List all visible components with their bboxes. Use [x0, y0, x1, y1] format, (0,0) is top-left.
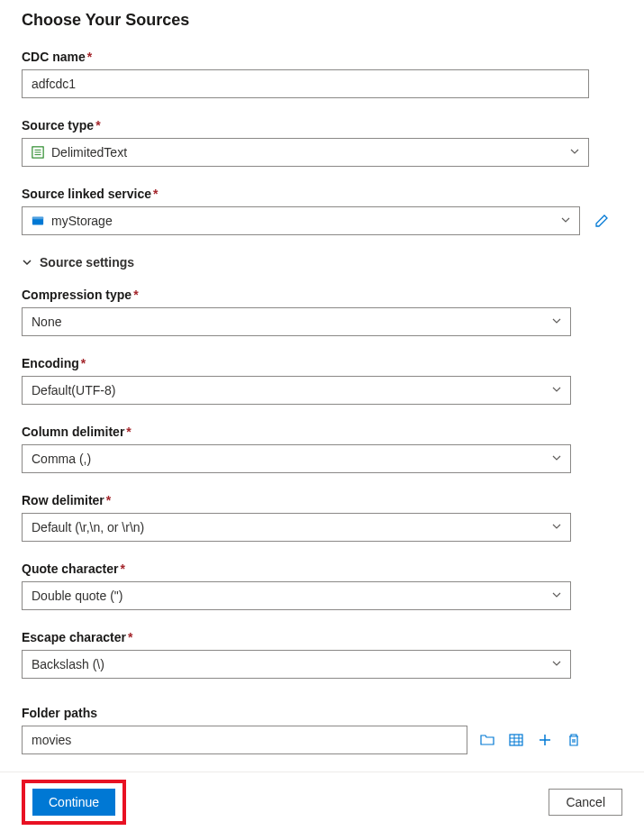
required-asterisk: *: [126, 425, 131, 439]
label-column-delimiter: Column delimiter*: [22, 425, 622, 439]
quote-character-value: Double quote ("): [32, 589, 122, 603]
compression-type-select[interactable]: None: [22, 307, 571, 336]
field-source-type: Source type* DelimitedText: [22, 118, 622, 167]
storage-icon: [32, 215, 44, 227]
pencil-icon: [594, 214, 609, 228]
plus-icon: [538, 733, 552, 747]
edit-linked-service-button[interactable]: [589, 206, 614, 235]
delete-folder-button[interactable]: [565, 731, 583, 749]
svg-rect-6: [510, 735, 522, 745]
source-settings-label: Source settings: [40, 255, 134, 269]
folder-path-input[interactable]: [22, 726, 467, 754]
source-type-value: DelimitedText: [51, 145, 127, 160]
required-asterisk: *: [95, 118, 100, 132]
compression-type-value: None: [32, 315, 61, 329]
form-scroll-area[interactable]: Choose Your Sources CDC name* Source typ…: [0, 0, 644, 766]
label-source-type: Source type*: [22, 118, 622, 132]
dialog-footer: Continue Cancel: [0, 772, 644, 831]
field-row-delimiter: Row delimiter* Default (\r,\n, or \r\n): [22, 493, 622, 542]
row-delimiter-value: Default (\r,\n, or \r\n): [32, 520, 144, 534]
source-linked-service-value: myStorage: [51, 214, 113, 228]
field-encoding: Encoding* Default(UTF-8): [22, 356, 622, 405]
escape-character-value: Backslash (\): [32, 657, 104, 671]
label-folder-paths: Folder paths: [22, 706, 622, 720]
column-delimiter-value: Comma (,): [32, 452, 91, 466]
field-compression-type: Compression type* None: [22, 288, 622, 336]
field-source-linked-service: Source linked service* myStorage: [22, 187, 622, 235]
trash-icon: [567, 733, 581, 747]
required-asterisk: *: [87, 50, 92, 64]
label-escape-character: Escape character*: [22, 630, 622, 644]
label-cdc-name: CDC name*: [22, 50, 622, 64]
label-encoding: Encoding*: [22, 356, 622, 370]
source-linked-service-select[interactable]: myStorage: [22, 206, 580, 235]
browse-folder-button[interactable]: [478, 731, 496, 749]
page-title: Choose Your Sources: [22, 11, 622, 30]
label-row-delimiter: Row delimiter*: [22, 493, 622, 507]
continue-button[interactable]: Continue: [32, 789, 115, 816]
add-folder-button[interactable]: [536, 731, 554, 749]
required-asterisk: *: [153, 187, 158, 201]
encoding-select[interactable]: Default(UTF-8): [22, 376, 571, 405]
required-asterisk: *: [133, 288, 138, 302]
continue-highlight: Continue: [22, 780, 126, 825]
preview-data-button[interactable]: [507, 731, 525, 749]
label-compression-type: Compression type*: [22, 288, 622, 302]
required-asterisk: *: [106, 493, 111, 507]
required-asterisk: *: [81, 356, 86, 370]
folder-icon: [480, 733, 494, 747]
required-asterisk: *: [128, 630, 132, 644]
cancel-button[interactable]: Cancel: [549, 789, 622, 816]
required-asterisk: *: [120, 562, 124, 576]
field-quote-character: Quote character* Double quote ("): [22, 562, 622, 610]
field-escape-character: Escape character* Backslash (\): [22, 630, 622, 679]
table-icon: [509, 733, 523, 747]
field-column-delimiter: Column delimiter* Comma (,): [22, 425, 622, 473]
svg-rect-5: [32, 217, 43, 220]
cdc-name-input[interactable]: [22, 69, 589, 98]
escape-character-select[interactable]: Backslash (\): [22, 650, 571, 679]
quote-character-select[interactable]: Double quote ("): [22, 581, 571, 610]
field-folder-paths: Folder paths: [22, 706, 622, 754]
delimited-text-icon: [32, 146, 44, 159]
encoding-value: Default(UTF-8): [32, 383, 115, 397]
chevron-down-icon: [22, 257, 32, 268]
column-delimiter-select[interactable]: Comma (,): [22, 444, 571, 473]
source-settings-toggle[interactable]: Source settings: [22, 255, 622, 269]
label-source-linked-service: Source linked service*: [22, 187, 622, 201]
source-type-select[interactable]: DelimitedText: [22, 138, 589, 167]
field-cdc-name: CDC name*: [22, 50, 622, 98]
label-quote-character: Quote character*: [22, 562, 622, 576]
row-delimiter-select[interactable]: Default (\r,\n, or \r\n): [22, 513, 571, 542]
